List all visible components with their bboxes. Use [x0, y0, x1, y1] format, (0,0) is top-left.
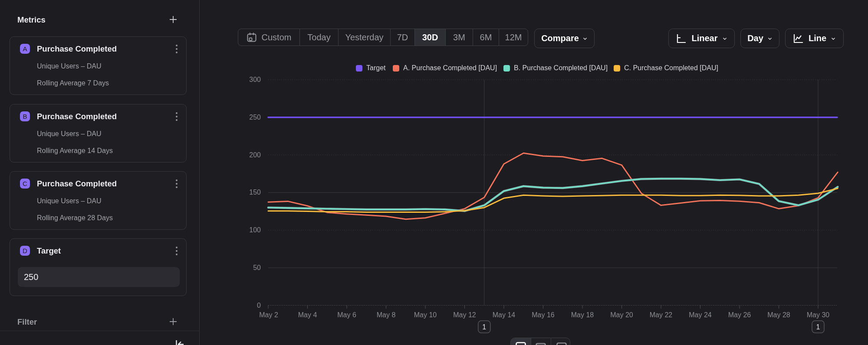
svg-text:May 6: May 6 — [337, 311, 356, 319]
svg-text:100: 100 — [249, 226, 261, 234]
svg-text:May 22: May 22 — [650, 311, 673, 319]
svg-text:1: 1 — [482, 323, 486, 331]
svg-text:May 8: May 8 — [377, 311, 396, 319]
svg-text:May 14: May 14 — [493, 311, 516, 319]
svg-text:May 18: May 18 — [571, 311, 594, 319]
svg-text:May 24: May 24 — [689, 311, 712, 319]
svg-text:May 16: May 16 — [532, 311, 555, 319]
svg-text:May 30: May 30 — [807, 311, 830, 319]
svg-text:150: 150 — [249, 189, 261, 196]
svg-text:200: 200 — [249, 151, 261, 159]
svg-text:May 26: May 26 — [728, 311, 751, 319]
svg-text:May 20: May 20 — [610, 311, 633, 319]
svg-text:May 10: May 10 — [414, 311, 437, 319]
svg-text:May 12: May 12 — [453, 311, 476, 319]
svg-text:300: 300 — [249, 76, 261, 83]
svg-text:50: 50 — [253, 264, 261, 271]
svg-text:May 2: May 2 — [259, 311, 278, 319]
svg-text:May 28: May 28 — [767, 311, 790, 319]
svg-text:0: 0 — [257, 302, 261, 309]
svg-text:250: 250 — [249, 114, 261, 121]
svg-text:1: 1 — [816, 323, 820, 331]
svg-text:May 4: May 4 — [298, 311, 317, 319]
